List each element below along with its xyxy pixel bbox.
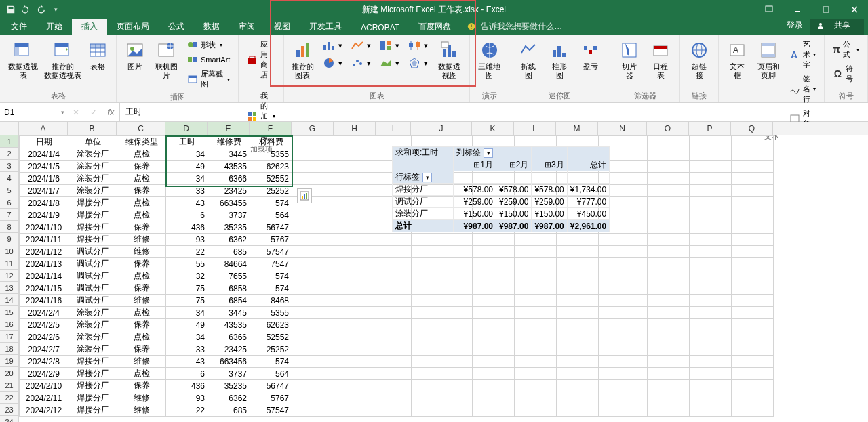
- cell[interactable]: 2024/1/9: [20, 209, 68, 221]
- cell[interactable]: [473, 392, 515, 404]
- cell[interactable]: [376, 270, 412, 282]
- cell[interactable]: [292, 136, 334, 148]
- cell[interactable]: 564: [250, 368, 292, 380]
- cell[interactable]: 材料费: [250, 136, 292, 148]
- cell[interactable]: [648, 185, 690, 197]
- cell[interactable]: 436: [166, 221, 208, 234]
- store-button[interactable]: 应用商店: [244, 38, 278, 81]
- cell[interactable]: 2024/1/12: [20, 246, 68, 258]
- cell[interactable]: [648, 295, 690, 307]
- cell[interactable]: [732, 380, 774, 392]
- col-header-N[interactable]: N: [598, 122, 647, 135]
- cell[interactable]: 22: [166, 404, 208, 417]
- cell[interactable]: [557, 356, 599, 368]
- row-header-10[interactable]: 10: [0, 245, 18, 257]
- cell[interactable]: [376, 343, 412, 356]
- cell[interactable]: 2024/2/10: [20, 380, 68, 392]
- chart-pie-icon[interactable]: ▾: [319, 56, 345, 70]
- row-header-17[interactable]: 17: [0, 331, 18, 343]
- cell[interactable]: [648, 270, 690, 282]
- cell[interactable]: 2024/1/11: [20, 234, 68, 246]
- cell[interactable]: [412, 368, 473, 380]
- cell[interactable]: 2024/1/6: [20, 173, 68, 185]
- cell[interactable]: [690, 270, 732, 282]
- cell[interactable]: 574: [250, 356, 292, 368]
- cell[interactable]: [690, 331, 732, 343]
- cell[interactable]: [599, 380, 648, 392]
- spark-winloss-button[interactable]: 盈亏: [578, 38, 604, 72]
- cell[interactable]: [334, 148, 376, 161]
- cell[interactable]: [412, 246, 473, 258]
- col-labels-dropdown[interactable]: ▾: [484, 148, 493, 158]
- cell[interactable]: [732, 221, 774, 234]
- cell[interactable]: [515, 368, 557, 380]
- select-all-corner[interactable]: [0, 122, 19, 135]
- cell[interactable]: 574: [250, 270, 292, 282]
- symbol-button[interactable]: Ω符号: [830, 62, 862, 85]
- cell[interactable]: [648, 221, 690, 234]
- cell[interactable]: 436: [166, 380, 208, 392]
- cell[interactable]: 2024/1/5: [20, 161, 68, 173]
- cell[interactable]: 5355: [250, 307, 292, 319]
- cell[interactable]: 维保类型: [117, 136, 166, 148]
- worksheet[interactable]: ABCDEFGHIJKLMNOPQ 1234567891011121314151…: [0, 122, 868, 422]
- cell[interactable]: [732, 295, 774, 307]
- row-header-18[interactable]: 18: [0, 343, 18, 355]
- cell[interactable]: 56747: [250, 221, 292, 234]
- tab-review[interactable]: 审阅: [229, 18, 264, 35]
- cell[interactable]: [690, 221, 732, 234]
- col-header-O[interactable]: O: [647, 122, 689, 135]
- cell[interactable]: 保养: [117, 185, 166, 197]
- cell[interactable]: [473, 270, 515, 282]
- cell[interactable]: [557, 234, 599, 246]
- cell[interactable]: [732, 246, 774, 258]
- row-header-12[interactable]: 12: [0, 270, 18, 282]
- cell[interactable]: [732, 368, 774, 380]
- row-header-14[interactable]: 14: [0, 294, 18, 306]
- tab-file[interactable]: 文件: [1, 18, 37, 35]
- cell[interactable]: [515, 234, 557, 246]
- cell[interactable]: 43535: [208, 161, 250, 173]
- cell[interactable]: [690, 392, 732, 404]
- row-header-11[interactable]: 11: [0, 257, 18, 270]
- cell[interactable]: 56747: [250, 380, 292, 392]
- pivot-table[interactable]: 求和项:工时列标签▾⊞1月⊞2月⊞3月总计行标签▾焊接分厂¥578.00¥578…: [392, 146, 610, 232]
- cell[interactable]: 焊接分厂: [68, 380, 117, 392]
- cell[interactable]: [376, 319, 412, 331]
- cell[interactable]: 574: [250, 197, 292, 209]
- cell[interactable]: [334, 295, 376, 307]
- cell[interactable]: [292, 221, 334, 234]
- cell[interactable]: [557, 258, 599, 270]
- cell[interactable]: [515, 392, 557, 404]
- cell[interactable]: [376, 307, 412, 319]
- cell[interactable]: [473, 295, 515, 307]
- pivot-table-button[interactable]: 数据透视表: [5, 38, 41, 81]
- cell[interactable]: 35235: [208, 380, 250, 392]
- row-header-5[interactable]: 5: [0, 184, 18, 196]
- cell[interactable]: [690, 234, 732, 246]
- cell[interactable]: [473, 307, 515, 319]
- cell[interactable]: [334, 343, 376, 356]
- cell[interactable]: [732, 392, 774, 404]
- cell[interactable]: [515, 331, 557, 343]
- cell[interactable]: [690, 173, 732, 185]
- cell[interactable]: [412, 295, 473, 307]
- cell[interactable]: 2024/2/4: [20, 307, 68, 319]
- save-icon[interactable]: [5, 4, 16, 15]
- cell[interactable]: 685: [208, 404, 250, 417]
- cell[interactable]: 保养: [117, 221, 166, 234]
- row-header-6[interactable]: 6: [0, 196, 18, 209]
- cell[interactable]: [334, 331, 376, 343]
- cell[interactable]: [690, 161, 732, 173]
- cell[interactable]: [515, 404, 557, 417]
- cell[interactable]: [412, 404, 473, 417]
- col-header-J[interactable]: J: [411, 122, 472, 135]
- textbox-button[interactable]: A文本框: [724, 38, 750, 81]
- row-labels-dropdown[interactable]: ▾: [422, 173, 432, 182]
- cell[interactable]: 5767: [250, 392, 292, 404]
- cell[interactable]: [557, 270, 599, 282]
- cell[interactable]: 点检: [117, 307, 166, 319]
- cell[interactable]: 25252: [250, 343, 292, 356]
- cell[interactable]: [732, 209, 774, 221]
- cell[interactable]: [648, 209, 690, 221]
